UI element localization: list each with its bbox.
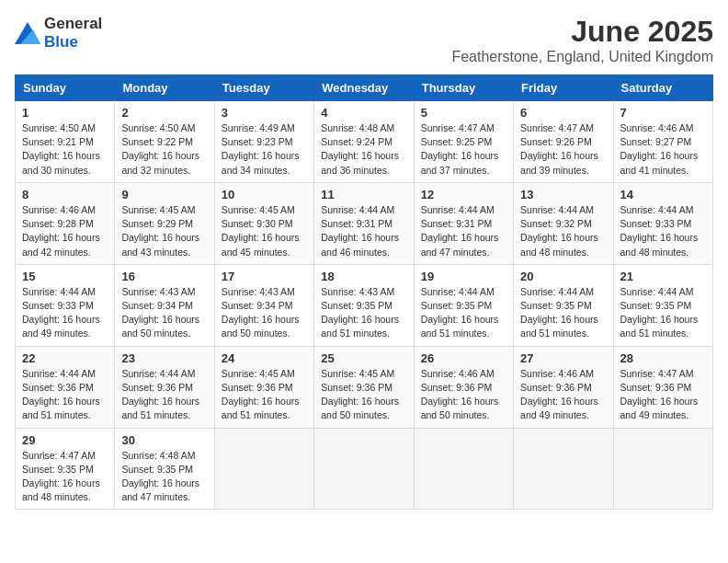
day-number: 22 [22,351,108,365]
day-number: 2 [121,106,207,120]
day-number: 9 [121,188,207,201]
day-cell: 21Sunrise: 4:44 AM Sunset: 9:35 PM Dayli… [613,264,712,346]
day-info: Sunrise: 4:43 AM Sunset: 9:35 PM Dayligh… [321,285,406,341]
day-info: Sunrise: 4:44 AM Sunset: 9:36 PM Dayligh… [121,367,207,423]
day-cell: 8Sunrise: 4:46 AM Sunset: 9:28 PM Daylig… [16,182,115,264]
day-cell: 20Sunrise: 4:44 AM Sunset: 9:35 PM Dayli… [514,264,613,346]
logo-icon [15,22,40,44]
day-number: 26 [421,351,506,365]
day-number: 4 [321,106,406,120]
day-info: Sunrise: 4:46 AM Sunset: 9:28 PM Dayligh… [22,203,108,259]
day-info: Sunrise: 4:45 AM Sunset: 9:30 PM Dayligh… [222,203,307,259]
day-info: Sunrise: 4:44 AM Sunset: 9:35 PM Dayligh… [421,285,506,341]
day-number: 30 [121,433,207,447]
day-cell: 7Sunrise: 4:46 AM Sunset: 9:27 PM Daylig… [613,101,712,183]
day-cell: 18Sunrise: 4:43 AM Sunset: 9:35 PM Dayli… [314,264,414,346]
day-cell: 22Sunrise: 4:44 AM Sunset: 9:36 PM Dayli… [16,346,115,428]
header-row: SundayMondayTuesdayWednesdayThursdayFrid… [16,75,713,101]
day-cell [514,428,613,510]
day-number: 27 [520,351,606,365]
col-header-wednesday: Wednesday [314,75,414,101]
day-info: Sunrise: 4:44 AM Sunset: 9:32 PM Dayligh… [520,203,606,259]
day-info: Sunrise: 4:44 AM Sunset: 9:35 PM Dayligh… [520,285,606,341]
day-info: Sunrise: 4:49 AM Sunset: 9:23 PM Dayligh… [222,121,307,178]
day-number: 17 [222,270,307,283]
day-info: Sunrise: 4:44 AM Sunset: 9:35 PM Dayligh… [620,285,706,341]
day-number: 3 [222,106,307,120]
week-row-4: 22Sunrise: 4:44 AM Sunset: 9:36 PM Dayli… [16,346,713,428]
day-cell: 27Sunrise: 4:46 AM Sunset: 9:36 PM Dayli… [514,346,613,428]
day-cell [613,428,712,510]
col-header-thursday: Thursday [414,75,513,101]
day-info: Sunrise: 4:44 AM Sunset: 9:33 PM Dayligh… [22,285,108,341]
day-cell: 10Sunrise: 4:45 AM Sunset: 9:30 PM Dayli… [214,182,313,264]
day-number: 6 [520,106,606,120]
day-info: Sunrise: 4:47 AM Sunset: 9:35 PM Dayligh… [22,449,108,505]
header: General Blue June 2025 Featherstone, Eng… [15,15,713,65]
day-cell: 26Sunrise: 4:46 AM Sunset: 9:36 PM Dayli… [414,346,513,428]
day-cell: 9Sunrise: 4:45 AM Sunset: 9:29 PM Daylig… [115,182,214,264]
day-number: 14 [620,188,706,201]
day-number: 23 [121,351,207,365]
day-cell [414,428,513,510]
day-cell: 5Sunrise: 4:47 AM Sunset: 9:25 PM Daylig… [414,101,513,183]
logo: General Blue [15,15,102,52]
col-header-sunday: Sunday [16,75,115,101]
day-number: 25 [321,351,406,365]
day-info: Sunrise: 4:45 AM Sunset: 9:29 PM Dayligh… [121,203,207,259]
day-number: 12 [421,188,506,201]
day-cell: 2Sunrise: 4:50 AM Sunset: 9:22 PM Daylig… [115,101,214,183]
day-number: 16 [121,270,207,283]
day-info: Sunrise: 4:50 AM Sunset: 9:21 PM Dayligh… [22,121,108,178]
day-number: 20 [520,270,606,283]
day-cell: 28Sunrise: 4:47 AM Sunset: 9:36 PM Dayli… [613,346,712,428]
day-info: Sunrise: 4:44 AM Sunset: 9:36 PM Dayligh… [22,367,108,423]
day-number: 13 [520,188,606,201]
day-number: 19 [421,270,506,283]
calendar-table: SundayMondayTuesdayWednesdayThursdayFrid… [15,75,713,510]
col-header-friday: Friday [514,75,613,101]
day-cell: 23Sunrise: 4:44 AM Sunset: 9:36 PM Dayli… [115,346,214,428]
day-number: 24 [222,351,307,365]
day-number: 1 [22,106,108,120]
week-row-3: 15Sunrise: 4:44 AM Sunset: 9:33 PM Dayli… [16,264,713,346]
day-cell: 19Sunrise: 4:44 AM Sunset: 9:35 PM Dayli… [414,264,513,346]
day-cell: 13Sunrise: 4:44 AM Sunset: 9:32 PM Dayli… [514,182,613,264]
day-number: 15 [22,270,108,283]
day-number: 18 [321,270,406,283]
week-row-2: 8Sunrise: 4:46 AM Sunset: 9:28 PM Daylig… [16,182,713,264]
day-info: Sunrise: 4:50 AM Sunset: 9:22 PM Dayligh… [121,121,207,178]
day-info: Sunrise: 4:44 AM Sunset: 9:31 PM Dayligh… [421,203,506,259]
col-header-tuesday: Tuesday [214,75,313,101]
logo-text: General Blue [44,15,102,52]
title-area: June 2025 Featherstone, England, United … [451,15,713,65]
day-info: Sunrise: 4:43 AM Sunset: 9:34 PM Dayligh… [222,285,307,341]
day-cell: 29Sunrise: 4:47 AM Sunset: 9:35 PM Dayli… [16,428,115,510]
day-cell: 11Sunrise: 4:44 AM Sunset: 9:31 PM Dayli… [314,182,414,264]
day-info: Sunrise: 4:46 AM Sunset: 9:36 PM Dayligh… [520,367,606,423]
day-number: 29 [22,433,108,447]
logo-general: General [44,15,102,32]
day-info: Sunrise: 4:46 AM Sunset: 9:27 PM Dayligh… [620,121,706,178]
subtitle: Featherstone, England, United Kingdom [451,49,713,65]
day-cell: 25Sunrise: 4:45 AM Sunset: 9:36 PM Dayli… [314,346,414,428]
day-cell: 14Sunrise: 4:44 AM Sunset: 9:33 PM Dayli… [613,182,712,264]
day-info: Sunrise: 4:47 AM Sunset: 9:26 PM Dayligh… [520,121,606,178]
day-cell [314,428,414,510]
day-number: 28 [620,351,706,365]
day-info: Sunrise: 4:44 AM Sunset: 9:33 PM Dayligh… [620,203,706,259]
day-info: Sunrise: 4:47 AM Sunset: 9:36 PM Dayligh… [620,367,706,423]
day-cell: 24Sunrise: 4:45 AM Sunset: 9:36 PM Dayli… [214,346,313,428]
day-number: 21 [620,270,706,283]
day-info: Sunrise: 4:45 AM Sunset: 9:36 PM Dayligh… [222,367,307,423]
day-info: Sunrise: 4:48 AM Sunset: 9:35 PM Dayligh… [121,449,207,505]
day-number: 10 [222,188,307,201]
day-info: Sunrise: 4:45 AM Sunset: 9:36 PM Dayligh… [321,367,406,423]
logo-blue: Blue [44,33,78,51]
day-cell: 6Sunrise: 4:47 AM Sunset: 9:26 PM Daylig… [514,101,613,183]
day-cell: 3Sunrise: 4:49 AM Sunset: 9:23 PM Daylig… [214,101,313,183]
day-info: Sunrise: 4:47 AM Sunset: 9:25 PM Dayligh… [421,121,506,178]
day-info: Sunrise: 4:48 AM Sunset: 9:24 PM Dayligh… [321,121,406,178]
col-header-saturday: Saturday [613,75,712,101]
day-cell: 1Sunrise: 4:50 AM Sunset: 9:21 PM Daylig… [16,101,115,183]
